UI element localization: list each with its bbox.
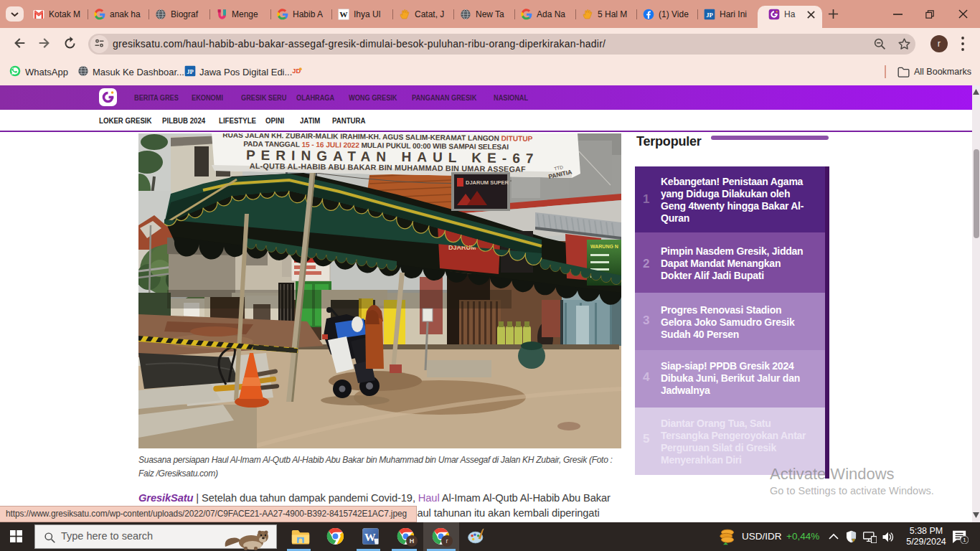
svg-text:JP: JP	[187, 68, 194, 75]
svg-text:W: W	[339, 10, 348, 19]
svg-text:WARUNG N: WARUNG N	[590, 244, 618, 249]
svg-text:W: W	[364, 531, 376, 543]
svg-text:JP: JP	[706, 11, 713, 19]
svg-text:DJARUM SUPER: DJARUM SUPER	[466, 179, 509, 186]
svg-text:1: 1	[963, 537, 966, 543]
